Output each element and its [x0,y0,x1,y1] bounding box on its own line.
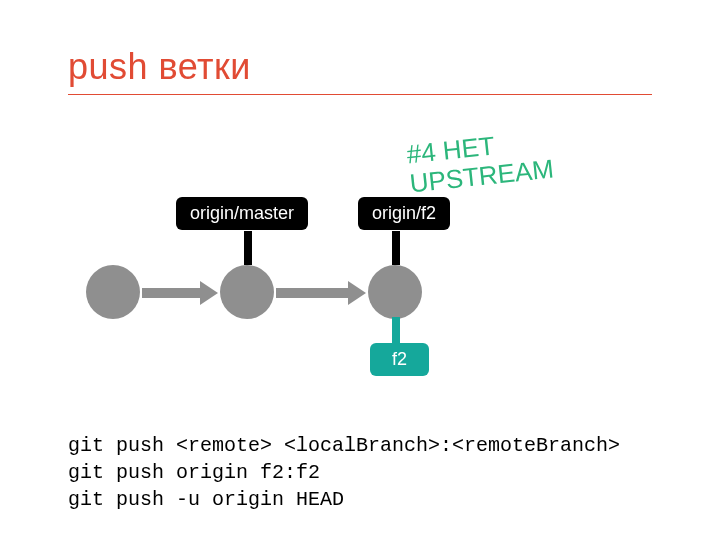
commit-arrow [276,285,366,301]
git-diagram: #4 НЕТ UPSTREAM origin/master origin/f2 … [68,125,652,405]
ref-stem [244,231,252,265]
ref-label-origin-f2: origin/f2 [358,197,450,230]
commit-node [368,265,422,319]
ref-label-f2: f2 [370,343,429,376]
code-line: git push <remote> <localBranch>:<remoteB… [68,434,620,457]
code-block: git push <remote> <localBranch>:<remoteB… [68,432,620,513]
commit-node [220,265,274,319]
code-line: git push -u origin HEAD [68,488,344,511]
annotation-no-upstream: #4 НЕТ UPSTREAM [405,126,555,198]
code-line: git push origin f2:f2 [68,461,320,484]
commit-node [86,265,140,319]
ref-label-origin-master: origin/master [176,197,308,230]
commit-arrow [142,285,218,301]
slide: push ветки #4 НЕТ UPSTREAM origin/master… [0,0,720,405]
ref-stem [392,317,400,345]
ref-stem [392,231,400,265]
slide-title: push ветки [68,46,652,95]
